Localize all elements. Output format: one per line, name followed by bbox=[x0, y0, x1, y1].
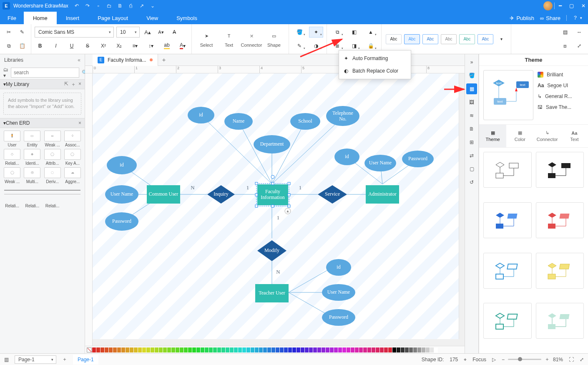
palette-swatch[interactable] bbox=[242, 347, 246, 352]
bold-button[interactable]: B bbox=[35, 40, 45, 51]
decrease-font-button[interactable]: A▾ bbox=[156, 27, 166, 38]
palette-swatch[interactable] bbox=[401, 347, 405, 352]
increase-font-button[interactable]: A▴ bbox=[142, 27, 153, 38]
theme-preset[interactable] bbox=[483, 152, 532, 188]
theme-preset[interactable] bbox=[483, 303, 532, 339]
shape-weak-entity[interactable]: ⧈ bbox=[44, 131, 61, 141]
theme-preset[interactable] bbox=[536, 202, 584, 238]
palette-swatch[interactable] bbox=[184, 347, 188, 352]
palette-swatch[interactable] bbox=[434, 347, 438, 352]
palette-swatch[interactable] bbox=[276, 347, 279, 352]
zoom-in-button[interactable]: ＋ bbox=[545, 356, 550, 363]
palette-swatch[interactable] bbox=[359, 347, 363, 352]
theme-preset[interactable] bbox=[536, 253, 584, 289]
menu-page-layout[interactable]: Page Layout bbox=[88, 12, 137, 24]
palette-swatch[interactable] bbox=[92, 347, 96, 352]
palette-swatch[interactable] bbox=[301, 347, 304, 352]
palette-swatch[interactable] bbox=[246, 347, 250, 352]
palette-swatch[interactable] bbox=[209, 347, 213, 352]
palette-swatch[interactable] bbox=[105, 347, 108, 352]
attr-admin-password[interactable]: Password bbox=[402, 151, 434, 167]
format-painter-button[interactable]: ✎ bbox=[17, 27, 28, 38]
palette-swatch[interactable] bbox=[322, 347, 325, 352]
palette-swatch[interactable] bbox=[255, 347, 259, 352]
palette-swatch[interactable] bbox=[384, 347, 388, 352]
theme-save-row[interactable]: 🖫Save The... bbox=[538, 104, 584, 110]
qat-more-button[interactable]: ⌄ bbox=[149, 3, 156, 9]
linespacing-button[interactable]: ↕▾ bbox=[146, 40, 156, 51]
palette-swatch[interactable] bbox=[238, 347, 242, 352]
attr-teacher-id[interactable]: id bbox=[326, 259, 351, 276]
focus-icon[interactable]: ⌖ bbox=[464, 357, 467, 362]
palette-swatch[interactable] bbox=[146, 347, 150, 352]
theme-tab-color[interactable]: ▦Color bbox=[506, 125, 533, 147]
palette-swatch[interactable] bbox=[251, 347, 254, 352]
theme-preset[interactable] bbox=[483, 253, 532, 289]
palette-swatch[interactable] bbox=[167, 347, 171, 352]
open-button[interactable]: 🗀 bbox=[106, 3, 113, 9]
present-panel-button[interactable]: ▢ bbox=[466, 164, 477, 174]
page-selector[interactable]: Page-1▾ bbox=[15, 355, 56, 364]
menu-insert[interactable]: Insert bbox=[57, 12, 89, 24]
shape-weak[interactable]: ◯ bbox=[4, 167, 20, 178]
style-preset-3[interactable]: Abc bbox=[422, 34, 438, 44]
palette-swatch[interactable] bbox=[113, 347, 117, 352]
shape-ident[interactable]: ◈ bbox=[24, 149, 40, 160]
palette-swatch[interactable] bbox=[221, 347, 225, 352]
theme-name-row[interactable]: Brilliant bbox=[538, 72, 584, 78]
close-chen-icon[interactable]: × bbox=[78, 120, 81, 126]
share-button[interactable]: ∞Share bbox=[540, 15, 560, 21]
attr-fac-telephone[interactable]: TelephoneNo. bbox=[326, 106, 359, 126]
menu-view[interactable]: View bbox=[137, 12, 167, 24]
theme-tab-text[interactable]: AaText bbox=[561, 125, 588, 147]
palette-swatch[interactable] bbox=[171, 347, 175, 352]
select-tool[interactable]: ➤Select bbox=[195, 30, 218, 48]
theme-preset[interactable] bbox=[536, 152, 584, 188]
attr-password-common[interactable]: Password bbox=[105, 212, 138, 231]
palette-swatch[interactable] bbox=[309, 347, 313, 352]
palette-swatch[interactable] bbox=[363, 347, 367, 352]
expand-right-button[interactable]: » bbox=[466, 57, 477, 68]
history-panel-button[interactable]: ↺ bbox=[466, 177, 477, 188]
palette-swatch[interactable] bbox=[192, 347, 196, 352]
palette-swatch[interactable] bbox=[263, 347, 267, 352]
palette-swatch[interactable] bbox=[392, 347, 396, 352]
zoom-slider[interactable] bbox=[508, 359, 541, 360]
palette-swatch[interactable] bbox=[372, 347, 375, 352]
styles-more-button[interactable]: ▾ bbox=[496, 34, 507, 45]
attr-teacher-username[interactable]: User Name bbox=[322, 284, 355, 301]
export-button[interactable]: ↗ bbox=[138, 3, 145, 9]
shape-user[interactable]: 🧍 bbox=[4, 131, 20, 141]
chen-erd-section[interactable]: ▾ Chen ERD × bbox=[0, 118, 85, 128]
ribbon-extra-1[interactable]: ▤ bbox=[560, 27, 570, 38]
palette-swatch[interactable] bbox=[205, 347, 209, 352]
relation-modify[interactable]: Modify bbox=[257, 240, 286, 261]
print-button[interactable]: ⎙ bbox=[128, 3, 134, 9]
theme-tab-theme[interactable]: ▦Theme bbox=[479, 125, 506, 147]
palette-swatch[interactable] bbox=[380, 347, 384, 352]
attr-fac-school[interactable]: School bbox=[290, 113, 320, 130]
library-search-input[interactable] bbox=[11, 68, 79, 78]
theme-preset[interactable] bbox=[536, 303, 584, 339]
minimize-button[interactable]: ━ bbox=[559, 3, 562, 9]
add-page-button[interactable]: ＋ bbox=[62, 356, 67, 363]
palette-swatch[interactable] bbox=[397, 347, 400, 352]
palette-swatch[interactable] bbox=[188, 347, 192, 352]
shuffle-panel-button[interactable]: ⇄ bbox=[466, 150, 477, 161]
theme-preset[interactable] bbox=[483, 202, 532, 238]
canvas[interactable]: id User Name Password Common User N Inqu… bbox=[93, 73, 459, 339]
lock-button[interactable]: 🔒▾ bbox=[364, 40, 378, 51]
palette-swatch[interactable] bbox=[217, 347, 221, 352]
redo-button[interactable]: ↷ bbox=[84, 3, 91, 9]
paste-button[interactable]: 📋 bbox=[17, 40, 28, 51]
palette-swatch[interactable] bbox=[334, 347, 338, 352]
ribbon-extra-4[interactable]: ⤢ bbox=[574, 40, 585, 51]
palette-swatch[interactable] bbox=[134, 347, 138, 352]
relation-inquiry[interactable]: Inquiry bbox=[207, 185, 235, 204]
palette-swatch[interactable] bbox=[347, 347, 350, 352]
menu-home[interactable]: Home bbox=[24, 12, 57, 24]
save-button[interactable]: 🗎 bbox=[117, 3, 123, 9]
palette-swatch[interactable] bbox=[338, 347, 342, 352]
new-button[interactable]: ▫ bbox=[95, 3, 102, 9]
attr-fac-id[interactable]: id bbox=[188, 107, 214, 123]
